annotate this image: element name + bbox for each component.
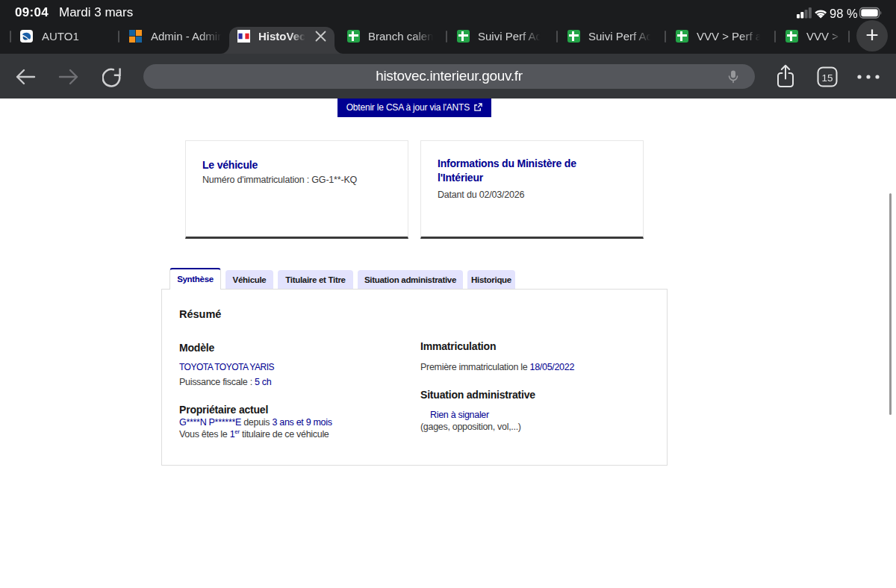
svg-text:98 %: 98 % xyxy=(830,7,858,20)
svg-text:15: 15 xyxy=(821,72,833,84)
